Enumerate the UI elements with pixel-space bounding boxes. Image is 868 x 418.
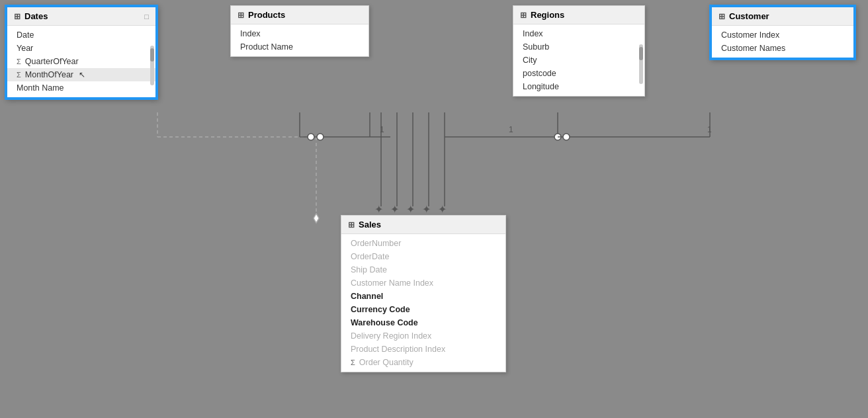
table-row: Suburb — [513, 40, 644, 54]
products-table-body: Index Product Name — [231, 24, 369, 56]
sigma-icon: Σ — [17, 58, 21, 65]
scrollbar[interactable] — [639, 44, 643, 84]
table-row-monthofy[interactable]: ΣMonthOfYear ↖ — [7, 68, 155, 81]
svg-point-23 — [554, 134, 561, 140]
table-row: Customer Name Index — [341, 276, 505, 290]
table-row: Index — [513, 27, 644, 40]
svg-text:✦: ✦ — [390, 204, 399, 215]
dates-table-body: Date Year ΣQuarterOfYear ΣMonthOfYear ↖ … — [7, 26, 155, 97]
table-row: Product Name — [231, 40, 369, 54]
sales-table: ⊞ Sales OrderNumber OrderDate Ship Date … — [341, 215, 506, 372]
customer-table: ⊞ Customer Customer Index Customer Names — [710, 5, 855, 60]
table-row: Warehouse Code — [341, 316, 505, 329]
customer-table-body: Customer Index Customer Names — [712, 26, 853, 58]
svg-text:1: 1 — [380, 125, 384, 134]
svg-point-9 — [317, 134, 324, 140]
dates-table-header: ⊞ Dates □ — [7, 7, 155, 26]
table-row: Date — [7, 28, 155, 42]
scroll-thumb — [150, 48, 154, 62]
customer-table-title: Customer — [729, 11, 769, 21]
dates-table: ⊞ Dates □ Date Year ΣQuarterOfYear ΣMont… — [5, 5, 157, 99]
sales-table-body: OrderNumber OrderDate Ship Date Customer… — [341, 234, 505, 372]
svg-text:✦: ✦ — [438, 204, 447, 215]
table-icon: ⊞ — [718, 12, 725, 21]
regions-table-body: Index Suburb City postcode Longitude — [513, 24, 644, 96]
table-row: Customer Names — [712, 42, 853, 55]
table-row: postcode — [513, 67, 644, 80]
table-row: Customer Index — [712, 28, 853, 42]
regions-table: ⊞ Regions Index Suburb City postcode Lon… — [513, 5, 645, 97]
table-row: City — [513, 54, 644, 67]
regions-table-title: Regions — [531, 10, 564, 20]
svg-text:✦: ✦ — [422, 204, 431, 215]
table-row: OrderNumber — [341, 237, 505, 250]
svg-text:✦: ✦ — [406, 204, 415, 215]
table-row: Product Description Index — [341, 343, 505, 356]
table-row: OrderDate — [341, 250, 505, 263]
svg-point-8 — [308, 134, 314, 140]
table-icon: ⊞ — [520, 11, 527, 20]
table-row: Month Name — [7, 81, 155, 95]
table-row: Currency Code — [341, 303, 505, 316]
svg-text:✦: ✦ — [374, 204, 383, 215]
dates-table-title: Dates — [24, 11, 48, 21]
svg-marker-3 — [314, 214, 319, 223]
table-icon: ⊞ — [238, 11, 244, 20]
products-table-header: ⊞ Products — [231, 6, 369, 24]
cursor-icon: ↖ — [79, 70, 85, 79]
table-row: Delivery Region Index — [341, 329, 505, 343]
table-icon: ⊞ — [14, 12, 21, 21]
table-row: ΣQuarterOfYear — [7, 55, 155, 68]
svg-text:1: 1 — [509, 125, 513, 134]
sigma-icon: Σ — [17, 71, 21, 79]
collapse-icon[interactable]: □ — [144, 13, 149, 21]
table-row: Channel — [341, 290, 505, 303]
table-icon: ⊞ — [348, 220, 355, 230]
products-table: ⊞ Products Index Product Name — [230, 5, 369, 57]
table-row: Year — [7, 42, 155, 55]
sales-table-title: Sales — [359, 220, 381, 230]
customer-table-header: ⊞ Customer — [712, 7, 853, 26]
sales-table-header: ⊞ Sales — [341, 216, 505, 234]
scroll-thumb — [639, 47, 643, 60]
products-table-title: Products — [248, 10, 285, 20]
regions-table-header: ⊞ Regions — [513, 6, 644, 24]
table-row: Index — [231, 27, 369, 40]
table-row: Ship Date — [341, 263, 505, 276]
table-row: Longitude — [513, 80, 644, 93]
table-row: Σ Order Quantity — [341, 356, 505, 369]
sigma-icon: Σ — [351, 358, 355, 366]
svg-text:1: 1 — [707, 125, 712, 134]
svg-point-27 — [563, 134, 570, 140]
scrollbar[interactable] — [150, 46, 154, 85]
